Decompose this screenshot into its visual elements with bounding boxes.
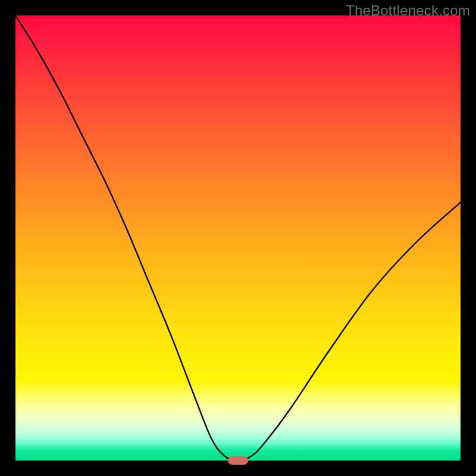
optimal-marker: [228, 456, 248, 465]
chart-frame: TheBottleneck.com: [0, 0, 476, 476]
watermark-text: TheBottleneck.com: [346, 2, 470, 19]
bottleneck-curve: [15, 15, 461, 461]
plot-area: [15, 15, 461, 461]
